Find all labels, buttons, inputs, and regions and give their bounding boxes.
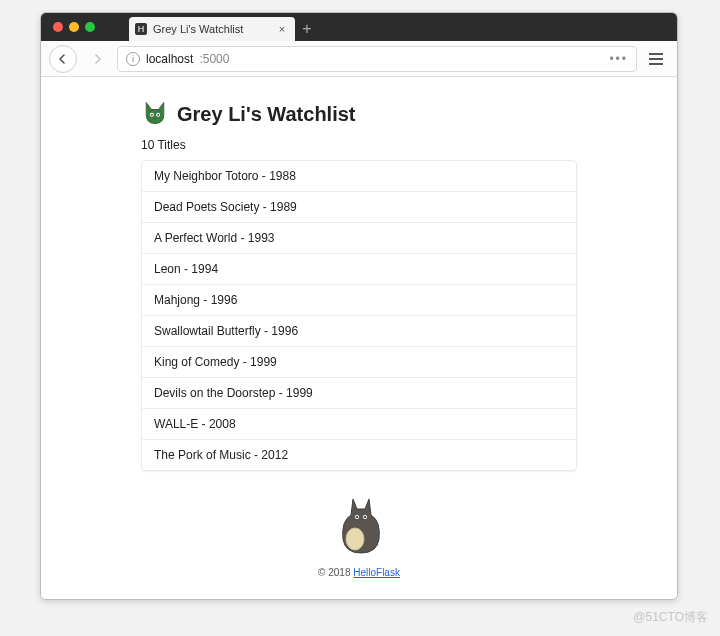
- movie-list-item: WALL-E - 2008: [142, 408, 576, 439]
- movie-list-item: Swallowtail Butterfly - 1996: [142, 315, 576, 346]
- arrow-right-icon: [91, 53, 103, 65]
- window-controls: [49, 13, 101, 41]
- movie-list-item: Mahjong - 1996: [142, 284, 576, 315]
- movie-list-item: My Neighbor Totoro - 1988: [142, 161, 576, 191]
- page-footer: © 2018 HelloFlask: [141, 567, 577, 578]
- movie-list-item: A Perfect World - 1993: [142, 222, 576, 253]
- forward-button: [83, 45, 111, 73]
- page-title: Grey Li's Watchlist: [177, 103, 356, 126]
- totoro-illustration: [141, 495, 577, 555]
- site-info-icon[interactable]: i: [126, 52, 140, 66]
- movie-list: My Neighbor Totoro - 1988Dead Poets Soci…: [141, 160, 577, 471]
- tab-strip: H Grey Li's Watchlist × +: [41, 13, 677, 41]
- tab-title: Grey Li's Watchlist: [153, 23, 269, 35]
- movie-list-item: King of Comedy - 1999: [142, 346, 576, 377]
- svg-point-7: [356, 516, 358, 518]
- watermark: @51CTO博客: [633, 609, 708, 626]
- avatar-cat-icon: [141, 99, 169, 130]
- url-port: :5000: [199, 52, 229, 66]
- movie-list-item: Dead Poets Society - 1989: [142, 191, 576, 222]
- arrow-left-icon: [57, 53, 69, 65]
- hamburger-icon: [649, 53, 663, 55]
- svg-point-4: [346, 528, 364, 550]
- nav-toolbar: i localhost:5000 •••: [41, 41, 677, 77]
- movie-list-item: Devils on the Doorstep - 1999: [142, 377, 576, 408]
- browser-tab-active[interactable]: H Grey Li's Watchlist ×: [129, 17, 295, 41]
- tab-close-icon[interactable]: ×: [275, 22, 289, 36]
- back-button[interactable]: [49, 45, 77, 73]
- new-tab-button[interactable]: +: [295, 17, 319, 41]
- window-minimize-button[interactable]: [69, 22, 79, 32]
- footer-link[interactable]: HelloFlask: [353, 567, 400, 578]
- title-count: 10 Titles: [141, 138, 577, 152]
- page-actions-icon[interactable]: •••: [609, 52, 628, 66]
- movie-list-item: The Pork of Music - 2012: [142, 439, 576, 470]
- svg-point-8: [364, 516, 366, 518]
- svg-point-3: [157, 114, 159, 116]
- browser-window: H Grey Li's Watchlist × + i localhost:50…: [40, 12, 678, 600]
- footer-copyright: © 2018: [318, 567, 353, 578]
- page-content: Grey Li's Watchlist 10 Titles My Neighbo…: [141, 77, 577, 596]
- page-heading: Grey Li's Watchlist: [141, 99, 577, 130]
- hamburger-menu-button[interactable]: [643, 46, 669, 72]
- address-bar[interactable]: i localhost:5000 •••: [117, 46, 637, 72]
- favicon-icon: H: [135, 23, 147, 35]
- window-close-button[interactable]: [53, 22, 63, 32]
- window-fullscreen-button[interactable]: [85, 22, 95, 32]
- page-viewport[interactable]: Grey Li's Watchlist 10 Titles My Neighbo…: [41, 77, 677, 599]
- movie-list-item: Leon - 1994: [142, 253, 576, 284]
- url-host: localhost: [146, 52, 193, 66]
- svg-point-2: [151, 114, 153, 116]
